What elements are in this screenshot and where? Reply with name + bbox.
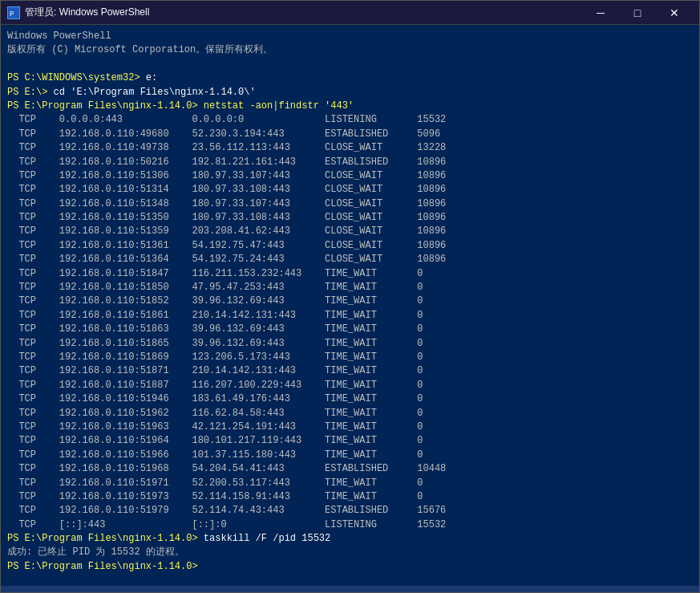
- terminal-line: TCP 192.168.0.110:51964 180.101.217.119:…: [7, 434, 693, 448]
- terminal-line: TCP 192.168.0.110:51863 39.96.132.69:443…: [7, 323, 693, 336]
- app-icon: P: [7, 6, 20, 19]
- terminal-line: PS C:\WINDOWS\system32> e:: [7, 71, 693, 85]
- ps-prompt: PS C:\WINDOWS\system32>: [7, 72, 146, 83]
- window-title: 管理员: Windows PowerShell: [25, 6, 582, 19]
- terminal-line: TCP 192.168.0.110:51968 54.204.54.41:443…: [7, 462, 693, 476]
- terminal-line: TCP 192.168.0.110:51348 180.97.33.107:44…: [7, 197, 693, 211]
- terminal-line: TCP 192.168.0.110:51861 210.14.142.131:4…: [7, 309, 693, 323]
- terminal-line: PS E:\Program Files\nginx-1.14.0> taskki…: [7, 532, 693, 546]
- svg-text:P: P: [10, 10, 14, 18]
- terminal-line: TCP 0.0.0.0:443 0.0.0.0:0 LISTENING 1553…: [7, 113, 693, 127]
- ps-command: taskkill /F /pid 15532: [204, 533, 330, 544]
- ps-prompt: PS E:\Program Files\nginx-1.14.0>: [7, 561, 204, 572]
- status-bar: [1, 586, 699, 592]
- terminal-output[interactable]: Windows PowerShell版权所有 (C) Microsoft Cor…: [1, 25, 699, 586]
- terminal-line: TCP 192.168.0.110:49738 23.56.112.113:44…: [7, 141, 693, 155]
- terminal-line: TCP 192.168.0.110:51979 52.114.74.43:443…: [7, 504, 693, 518]
- terminal-line: TCP 192.168.0.110:50216 192.81.221.161:4…: [7, 156, 693, 169]
- terminal-line: [7, 58, 693, 71]
- terminal-line: TCP 192.168.0.110:51850 47.95.47.253:443…: [7, 281, 693, 294]
- ps-prompt: PS E:\Program Files\nginx-1.14.0>: [7, 533, 204, 544]
- ps-prompt: PS E:\Program Files\nginx-1.14.0>: [7, 100, 204, 112]
- terminal-line: TCP 192.168.0.110:51865 39.96.132.69:443…: [7, 337, 693, 351]
- terminal-line: TCP 192.168.0.110:51364 54.192.75.24:443…: [7, 253, 693, 266]
- terminal-line: 成功: 已终止 PID 为 15532 的进程。: [7, 546, 693, 559]
- terminal-line: TCP 192.168.0.110:51847 116.211.153.232:…: [7, 267, 693, 281]
- terminal-line: PS E:\Program Files\nginx-1.14.0>: [7, 560, 693, 574]
- title-bar: P 管理员: Windows PowerShell ─ □ ✕: [1, 1, 699, 25]
- terminal-line: TCP 192.168.0.110:51871 210.14.142.131:4…: [7, 364, 693, 378]
- terminal-line: TCP 192.168.0.110:51973 52.114.158.91:44…: [7, 490, 693, 504]
- powershell-window: P 管理员: Windows PowerShell ─ □ ✕ Windows …: [0, 0, 700, 593]
- terminal-line: TCP 192.168.0.110:51359 203.208.41.62:44…: [7, 225, 693, 238]
- terminal-line: TCP 192.168.0.110:51361 54.192.75.47:443…: [7, 239, 693, 253]
- terminal-line: TCP 192.168.0.110:51314 180.97.33.108:44…: [7, 183, 693, 197]
- terminal-line: TCP [::]:443 [::]:0 LISTENING 15532: [7, 518, 693, 532]
- terminal-line: PS E:\Program Files\nginx-1.14.0> netsta…: [7, 100, 693, 113]
- terminal-line: TCP 192.168.0.110:51963 42.121.254.191:4…: [7, 420, 693, 434]
- terminal-line: TCP 192.168.0.110:51852 39.96.132.69:443…: [7, 294, 693, 308]
- close-button[interactable]: ✕: [656, 1, 693, 25]
- maximize-button[interactable]: □: [619, 1, 656, 25]
- terminal-line: TCP 192.168.0.110:49680 52.230.3.194:443…: [7, 128, 693, 141]
- ps-prompt: PS E:\>: [7, 87, 54, 98]
- terminal-line: TCP 192.168.0.110:51869 123.206.5.173:44…: [7, 351, 693, 364]
- terminal-line: TCP 192.168.0.110:51887 116.207.100.229:…: [7, 379, 693, 392]
- terminal-line: TCP 192.168.0.110:51971 52.200.53.117:44…: [7, 477, 693, 490]
- ps-command-highlight: netstat -aon|findstr '443': [204, 100, 354, 112]
- minimize-button[interactable]: ─: [582, 1, 619, 25]
- terminal-line: TCP 192.168.0.110:51306 180.97.33.107:44…: [7, 169, 693, 183]
- terminal-line: TCP 192.168.0.110:51962 116.62.84.58:443…: [7, 407, 693, 420]
- window-controls: ─ □ ✕: [582, 1, 693, 25]
- terminal-line: PS E:\> cd 'E:\Program Files\nginx-1.14.…: [7, 86, 693, 100]
- terminal-line: Windows PowerShell: [7, 30, 693, 43]
- terminal-line: TCP 192.168.0.110:51946 183.61.49.176:44…: [7, 392, 693, 406]
- terminal-line: 版权所有 (C) Microsoft Corporation。保留所有权利。: [7, 43, 693, 57]
- terminal-line: TCP 192.168.0.110:51350 180.97.33.108:44…: [7, 211, 693, 225]
- terminal-line: TCP 192.168.0.110:51966 101.37.115.180:4…: [7, 449, 693, 462]
- ps-command: e:: [146, 72, 157, 83]
- ps-command: cd 'E:\Program Files\nginx-1.14.0\': [54, 87, 256, 98]
